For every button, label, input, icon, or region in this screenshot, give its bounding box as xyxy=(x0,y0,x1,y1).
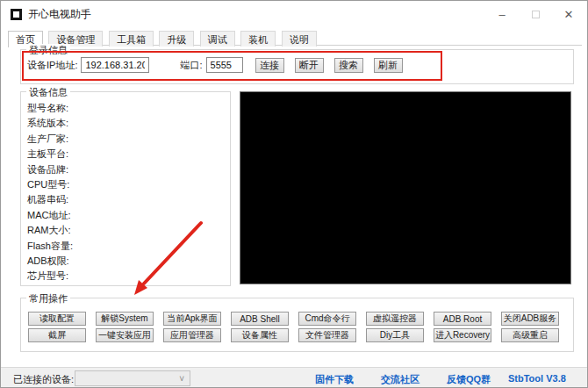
app-icon xyxy=(11,9,22,20)
virtual-remote-button[interactable]: 虚拟遥控器 xyxy=(366,312,424,326)
close-button[interactable]: ✕ xyxy=(552,2,585,26)
enter-recovery-button[interactable]: 进入Recovery xyxy=(434,328,491,342)
community-link[interactable]: 交流社区 xyxy=(381,373,419,386)
device-info-fields: 型号名称: 系统版本: 生产厂家: 主板平台: 设备品牌: CPU型号: 机器串… xyxy=(27,102,220,285)
device-info-group-label: 设备信息 xyxy=(26,86,70,99)
field-flash-capacity: Flash容量: xyxy=(27,240,220,255)
status-bar: 已连接的设备: ˅ 固件下载 交流社区 反馈QQ群 StbTool V3.8 xyxy=(1,367,587,388)
port-input[interactable] xyxy=(206,57,243,73)
minimize-button[interactable]: – xyxy=(485,2,519,26)
connected-devices-label: 已连接的设备: xyxy=(13,373,74,386)
connected-devices-dropdown[interactable]: ˅ xyxy=(75,370,190,386)
cmd-line-button[interactable]: Cmd命令行 xyxy=(298,312,356,326)
field-system-version: 系统版本: xyxy=(27,117,220,132)
adb-shell-button[interactable]: ADB Shell xyxy=(231,312,289,326)
operations-group-label: 常用操作 xyxy=(26,292,70,305)
search-button[interactable]: 搜索 xyxy=(334,58,363,73)
read-config-button[interactable]: 读取配置 xyxy=(28,312,86,326)
tab-upgrade[interactable]: 升级 xyxy=(159,31,194,47)
chevron-down-icon: ˅ xyxy=(179,374,184,384)
adb-root-button[interactable]: ADB Root xyxy=(434,312,491,326)
maximize-icon xyxy=(532,11,540,18)
window-controls: – ✕ xyxy=(485,1,585,27)
login-row: 设备IP地址: 端口: 连接 断开 搜索 刷新 xyxy=(27,56,413,74)
file-manager-button[interactable]: 文件管理器 xyxy=(298,328,356,342)
operations-row-1: 读取配置 解锁System 当前Apk界面 ADB Shell Cmd命令行 虚… xyxy=(28,312,559,326)
field-device-brand: 设备品牌: xyxy=(27,163,220,178)
field-model-name: 型号名称: xyxy=(27,102,220,117)
field-serial-number: 机器串码: xyxy=(27,193,220,208)
field-ram-size: RAM大小: xyxy=(27,224,220,239)
unlock-system-button[interactable]: 解锁System xyxy=(96,312,154,326)
port-label: 端口: xyxy=(180,59,202,72)
field-mac-address: MAC地址: xyxy=(27,209,220,224)
ip-input[interactable] xyxy=(81,57,149,73)
install-app-button[interactable]: 一键安装应用 xyxy=(96,328,154,342)
refresh-button[interactable]: 刷新 xyxy=(374,58,403,73)
tab-strip: 首页 设备管理 工具箱 升级 调试 装机 说明 xyxy=(8,30,582,46)
tab-install[interactable]: 装机 xyxy=(240,31,276,47)
version-label: StbTool V3.8 xyxy=(508,373,566,384)
current-apk-button[interactable]: 当前Apk界面 xyxy=(163,312,221,326)
ip-label: 设备IP地址: xyxy=(27,59,77,72)
login-group-label: 登录信息 xyxy=(26,44,70,57)
field-adb-permission: ADB权限: xyxy=(27,255,220,269)
close-adb-button[interactable]: 关闭ADB服务 xyxy=(501,312,559,326)
tab-help[interactable]: 说明 xyxy=(282,31,317,47)
tab-debug[interactable]: 调试 xyxy=(200,31,235,47)
operations-row-2: 截屏 一键安装应用 应用管理器 设备属性 文件管理器 Diy工具 进入Recov… xyxy=(28,328,559,342)
field-chip-model: 芯片型号: xyxy=(27,269,220,284)
disconnect-button[interactable]: 断开 xyxy=(295,58,324,73)
screen-preview xyxy=(240,91,571,284)
window-title: 开心电视助手 xyxy=(28,7,91,22)
field-manufacturer: 生产厂家: xyxy=(27,133,220,147)
app-manager-button[interactable]: 应用管理器 xyxy=(163,328,221,342)
connect-button[interactable]: 连接 xyxy=(255,58,284,73)
device-properties-button[interactable]: 设备属性 xyxy=(231,328,289,342)
feedback-qq-link[interactable]: 反馈QQ群 xyxy=(447,373,491,386)
screenshot-button[interactable]: 截屏 xyxy=(28,328,86,342)
firmware-download-link[interactable]: 固件下载 xyxy=(315,373,354,386)
field-cpu-model: CPU型号: xyxy=(27,178,220,193)
diy-tools-button[interactable]: Diy工具 xyxy=(366,328,424,342)
maximize-button[interactable] xyxy=(519,2,552,26)
title-bar: 开心电视助手 – ✕ xyxy=(1,1,587,27)
tab-toolbox[interactable]: 工具箱 xyxy=(109,31,154,47)
field-board-platform: 主板平台: xyxy=(27,147,220,162)
app-window: 开心电视助手 – ✕ 首页 设备管理 工具箱 升级 调试 装机 说明 登录信息 … xyxy=(0,0,588,388)
advanced-reboot-button[interactable]: 高级重启 xyxy=(501,328,559,342)
